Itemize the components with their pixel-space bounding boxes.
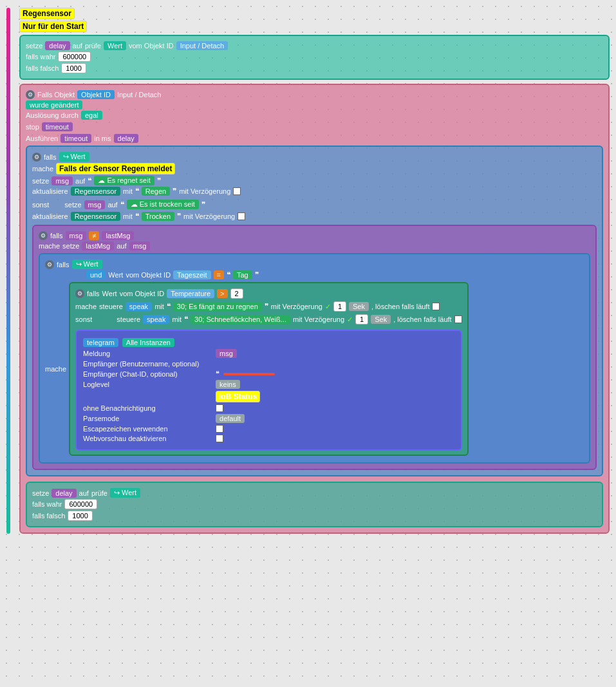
meldung-row: Meldung msg [83,349,454,358]
falls-und-block: ⚙ falls ↪ Wert und Wert vom Objekt ID Ta… [39,253,590,464]
objekt-id-tag[interactable]: Objekt ID [77,90,115,99]
title-label: Regensensor [19,8,75,19]
val-1000b[interactable]: 1000 [68,511,92,521]
speak-tag[interactable]: speak [126,302,152,311]
escapezeichen-label: Escapezeichen verwenden [83,425,212,433]
setze-msg-row: setze msg auf ❝ ☁ Es regnet seit ❞ [32,176,597,185]
alle-instanzen-tag[interactable]: Alle Instanzen [122,338,174,347]
telegram-label-tag: telegram [83,338,118,347]
setze-delay2-row: setze delay auf prüfe ↪ Wert [32,488,597,498]
falls-wert-row: ⚙ falls ↪ Wert [32,152,597,162]
ohne-benachrichtigung-label: ohne Benachrichtigung [83,404,212,412]
empfaenger-chat-row: Empfänger (Chat-ID, optional) ❝ [83,370,454,378]
subtitle-row: Nur für den Start [19,21,610,32]
verzoegerung-checkbox[interactable] [233,187,241,195]
escape-checkbox[interactable] [216,425,223,433]
lastmsg-tag[interactable]: lastMsg [102,231,134,240]
default-tag[interactable]: default [216,414,245,423]
lastmsg-tag2[interactable]: lastMsg [82,241,114,250]
speak-tag2[interactable]: speak [143,315,169,324]
aktualisiere-row: aktualisiere Regensensor mit ❝ Regen ❞ m… [32,187,597,196]
trocken-tag: Trocken [142,212,174,221]
wurde-geaendert-tag[interactable]: wurde geändert [26,100,82,109]
falls-temperature-row: ⚙ falls Wert vom Objekt ID Temperature >… [75,288,462,299]
und-row: und Wert vom Objekt ID Tageszeit = ❝ Tag… [45,270,584,279]
input-detach-label: Input / Detach [117,91,162,99]
input-detach-tag[interactable]: Input / Detach [176,41,229,50]
falls-msg-row: ⚙ falls msg ≠ lastMsg [39,231,590,240]
escapezeichen-row: Escapezeichen verwenden [83,425,454,433]
falls-wahr-label: falls wahr [26,53,55,61]
quote4: ❞ [173,187,176,196]
sek-tag[interactable]: Sek [349,302,369,311]
mache-label-row: mache Falls der Sensor Regen meldet [32,163,597,174]
check2: ✓ [347,315,353,324]
chat-id-tag[interactable] [223,373,275,375]
msg-tag[interactable]: msg [51,176,73,185]
egal-tag[interactable]: egal [81,111,102,120]
falls-falsch-label: falls falsch [26,64,59,72]
val-1-sek[interactable]: 1 [333,301,346,312]
tageszeit-tag[interactable]: Tageszeit [173,270,210,279]
verzoegerung-checkbox2[interactable] [238,212,245,220]
timeout-tag[interactable]: timeout [42,122,73,131]
msg-tag4[interactable]: msg [129,241,151,250]
setze-delay-block2: setze delay auf prüfe ↪ Wert falls wahr … [26,482,603,527]
wert-tag[interactable]: Wert [104,41,126,50]
setze-delay2-label: setze [32,489,49,497]
falls-objekt-row: ⚙ Falls Objekt Objekt ID Input / Detach [26,90,603,99]
ausloesung-row: Auslösung durch egal [26,111,603,120]
keins-tag[interactable]: keins [216,380,240,389]
telegram-block: telegram Alle Instanzen Meldung msg Empf… [75,330,462,451]
msg-tag3[interactable]: msg [66,231,87,240]
regensensor-tag2[interactable]: Regensensor [71,212,120,221]
gear-icon: ⚙ [26,90,35,99]
val-2[interactable]: 2 [230,288,243,299]
loeschen-checkbox[interactable] [432,303,440,310]
setze-delay-block: setze delay auf prüfe Wert vom Objekt ID… [19,35,610,80]
empfaenger-benutzer-row: Empfänger (Benutzername, optional) [83,360,454,368]
wert-arrow-tag2[interactable]: ↪ Wert [72,259,102,269]
delay-tag2[interactable]: delay [51,489,76,498]
delay-tag[interactable]: delay [45,41,70,50]
sek-tag2[interactable]: Sek [371,315,391,324]
webvorschau-label: Webvorschau deaktivieren [83,435,212,442]
val-600000b[interactable]: 600000 [64,499,97,509]
gear-icon-4: ⚙ [45,260,54,269]
ohne-checkbox[interactable] [216,404,223,412]
telegram-header-row: telegram Alle Instanzen [83,338,454,347]
falls-objekt-block: ⚙ Falls Objekt Objekt ID Input / Detach … [19,84,610,534]
mit-label: mit [123,187,133,195]
delay-val-tag[interactable]: delay [114,134,138,143]
loeschen-checkbox2[interactable] [454,315,462,323]
pruefe-label: prüfe [85,42,101,50]
falls-msg-block: ⚙ falls msg ≠ lastMsg mache setze lastMs… [32,225,597,470]
left-bar [6,8,10,534]
val-600000[interactable]: 600000 [58,52,91,62]
schnee-text-tag: 30; Schneeflöckchen, Weiß... [191,315,290,324]
empfaenger-benutzer-label: Empfänger (Benutzername, optional) [83,360,212,368]
mache3-label: mache [45,365,66,373]
msg-tag2[interactable]: msg [84,200,106,209]
empfaenger-chat-label: Empfänger (Chat-ID, optional) [83,370,212,378]
wert-arrow-tag3[interactable]: ↪ Wert [110,488,140,498]
mache4-row: mache steuere speak mit ❝ 30; Es fängt a… [75,301,462,312]
und-tag[interactable]: und [86,270,106,279]
vom-objekt-id: vom Objekt ID [129,42,174,50]
timeout-in-tag[interactable]: timeout [61,134,91,143]
msg-meldung-tag[interactable]: msg [216,349,237,358]
sonst-row: sonst setze msg auf ❝ ☁ Es ist trocken s… [32,198,597,211]
webvorschau-checkbox[interactable] [216,435,223,442]
regensensor-tag[interactable]: Regensensor [71,187,120,196]
cloud-trocken-tag: ☁ Es ist trocken seit [127,200,199,209]
parsemode-label: Parsemode [83,415,212,422]
val-1000[interactable]: 1000 [61,63,86,73]
temperature-tag[interactable]: Temperature [167,289,214,298]
val-1b-sek[interactable]: 1 [355,314,368,325]
gear-icon-3: ⚙ [39,231,48,240]
quote2: ❞ [157,176,161,185]
parsemode-row: Parsemode default [83,414,454,423]
check1: ✓ [325,303,331,311]
wert-arrow-tag[interactable]: ↪ Wert [59,152,89,162]
auf-label: auf [73,42,82,50]
